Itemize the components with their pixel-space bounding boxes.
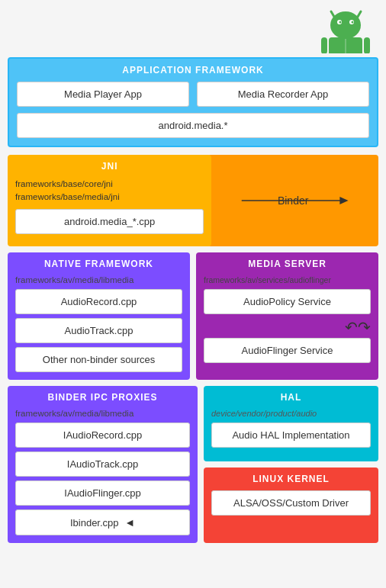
audio-record-box: AudioRecord.cpp (15, 289, 182, 314)
jni-paths: frameworks/base/core/jni frameworks/base… (15, 178, 204, 204)
other-non-binder-box: Other non-binder sources (15, 347, 182, 372)
jni-row: JNI frameworks/base/core/jni frameworks/… (8, 155, 378, 246)
linux-kernel-section: LINUX KERNEL ALSA/OSS/Custom Driver (204, 468, 378, 543)
binder-area: Binder (207, 155, 378, 246)
android-media-box: android.media.* (17, 113, 369, 138)
main-container: APPLICATION FRAMEWORK Media Player App M… (0, 0, 386, 557)
audio-track-box: AudioTrack.cpp (15, 318, 182, 343)
svg-point-2 (330, 11, 361, 39)
media-server-path: frameworks/av/services/audioflinger (204, 275, 371, 284)
binder-ipc-path: frameworks/av/media/libmedia (15, 409, 190, 418)
app-top-row: Media Player App Media Recorder App (17, 82, 369, 107)
audio-hal-box: Audio HAL Implementation (211, 423, 371, 448)
hal-title: HAL (211, 392, 371, 403)
ibinder-box: Ibinder.cpp ◄ (15, 509, 190, 535)
linux-kernel-title: LINUX KERNEL (211, 474, 371, 484)
media-server-section: MEDIA SERVER frameworks/av/services/audi… (196, 252, 378, 380)
svg-rect-8 (321, 37, 327, 53)
svg-point-6 (352, 21, 354, 24)
jni-title: JNI (15, 161, 204, 172)
iaudio-record-box: IAudioRecord.cpp (15, 423, 190, 448)
iaudio-track-box: IAudioTrack.cpp (15, 451, 190, 477)
binder-hal-row: BINDER IPC PROXIES frameworks/av/media/l… (8, 386, 378, 543)
iaudio-flinger-box: IAudioFlinger.cpp (15, 480, 190, 506)
hal-section: HAL device/vendor/product/audio Audio HA… (204, 386, 378, 461)
alsa-box: ALSA/OSS/Custom Driver (211, 490, 371, 516)
pointer-arrow-icon: ◄ (124, 516, 135, 529)
native-framework-title: NATIVE FRAMEWORK (15, 259, 182, 269)
hal-linux-stack: HAL device/vendor/product/audio Audio HA… (204, 386, 378, 543)
audio-flinger-box: AudioFlinger Service (204, 338, 371, 363)
media-recorder-box: Media Recorder App (197, 82, 369, 107)
jni-cpp-box: android.media_*.cpp (15, 209, 204, 234)
app-framework-section: APPLICATION FRAMEWORK Media Player App M… (8, 57, 378, 147)
app-framework-title: APPLICATION FRAMEWORK (17, 65, 369, 76)
media-server-title: MEDIA SERVER (204, 259, 371, 269)
jni-section: JNI frameworks/base/core/jni frameworks/… (8, 155, 211, 246)
svg-rect-9 (364, 37, 370, 53)
svg-marker-14 (340, 197, 349, 204)
audio-policy-box: AudioPolicy Service (204, 289, 371, 314)
curved-arrows: ↶↷ (204, 318, 371, 336)
android-logo (317, 4, 375, 56)
native-framework-section: NATIVE FRAMEWORK frameworks/av/media/lib… (8, 252, 190, 380)
binder-ipc-section: BINDER IPC PROXIES frameworks/av/media/l… (8, 386, 198, 543)
hal-path: device/vendor/product/audio (211, 409, 371, 418)
binder-ipc-title: BINDER IPC PROXIES (15, 392, 190, 403)
media-player-box: Media Player App (17, 82, 189, 107)
svg-point-5 (339, 21, 342, 24)
native-framework-path: frameworks/av/media/libmedia (15, 275, 182, 284)
native-media-row: NATIVE FRAMEWORK frameworks/av/media/lib… (8, 252, 378, 380)
